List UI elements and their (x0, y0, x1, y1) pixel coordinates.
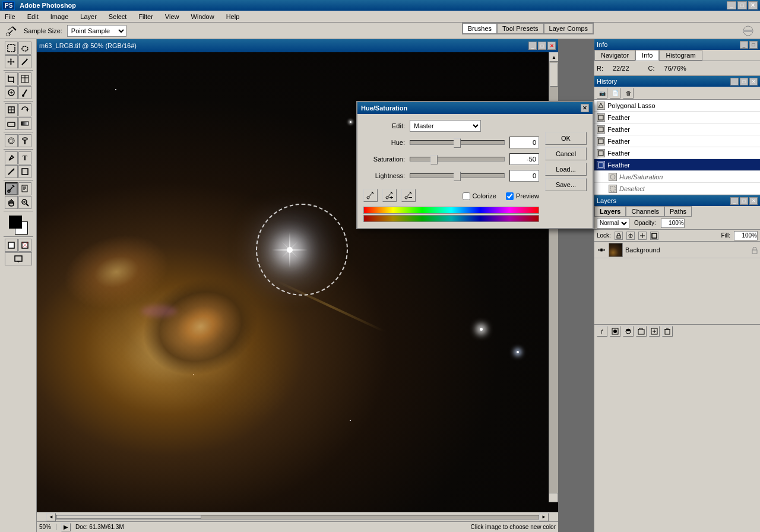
brushes-tab[interactable]: Brushes (463, 23, 497, 34)
lightness-value-display[interactable]: 0 (509, 170, 539, 182)
layers-list[interactable]: Background (594, 242, 760, 324)
menu-view[interactable]: View (163, 12, 182, 21)
lock-transparency-btn[interactable] (615, 232, 623, 240)
history-item-feather-1[interactable]: Feather (594, 112, 760, 124)
path-selection-tool[interactable] (5, 165, 18, 178)
history-item-feather-2[interactable]: Feather (594, 124, 760, 135)
layers-maximize[interactable]: □ (740, 197, 748, 205)
sample-size-select[interactable]: Point Sample 3 by 3 Average 5 by 5 Avera… (67, 25, 126, 37)
history-close[interactable]: ✕ (749, 78, 758, 86)
hue-sat-dialog-close-btn[interactable]: ✕ (581, 104, 589, 112)
app-minimize-btn[interactable]: _ (727, 1, 736, 10)
load-button[interactable]: Load... (545, 163, 587, 176)
info-panel-maximize[interactable]: □ (749, 41, 758, 49)
opacity-input[interactable]: 100% (661, 218, 685, 228)
saturation-slider-track[interactable] (410, 157, 505, 162)
doc-minimize-btn[interactable]: _ (528, 42, 537, 50)
dodge-tool[interactable] (18, 134, 31, 147)
hue-slider-track[interactable] (410, 140, 505, 145)
save-button[interactable]: Save... (545, 178, 587, 191)
layer-comps-tab[interactable]: Layer Comps (544, 23, 593, 34)
info-tab[interactable]: Info (635, 50, 659, 61)
eyedropper-add-btn[interactable] (382, 189, 397, 202)
scroll-thumb-v[interactable] (550, 63, 558, 87)
fill-input[interactable] (734, 231, 758, 240)
app-close-btn[interactable]: ✕ (748, 1, 758, 10)
scroll-thumb-h[interactable] (56, 515, 201, 519)
menu-image[interactable]: Image (48, 12, 71, 21)
lock-pixels-btn[interactable] (626, 232, 635, 240)
layers-tab-channels[interactable]: Channels (626, 206, 664, 217)
hue-value-display[interactable]: 0 (509, 137, 539, 148)
pen-tool[interactable] (5, 151, 18, 164)
history-brush-tool[interactable] (18, 103, 31, 116)
menu-layer[interactable]: Layer (78, 12, 99, 21)
navigator-tab[interactable]: Navigator (594, 50, 635, 61)
eraser-tool[interactable] (5, 117, 18, 130)
crop-tool[interactable] (5, 72, 18, 86)
add-mask-btn[interactable] (610, 326, 620, 337)
healing-brush-tool[interactable] (5, 86, 18, 99)
menu-filter[interactable]: Filter (136, 12, 155, 21)
standard-mode-btn[interactable] (5, 239, 18, 252)
magic-wand-tool[interactable] (18, 55, 31, 68)
blur-tool[interactable] (5, 134, 18, 147)
doc-maximize-btn[interactable]: □ (538, 42, 546, 50)
layer-item-background[interactable]: Background (594, 242, 760, 258)
slice-tool[interactable] (18, 72, 31, 86)
colorize-checkbox[interactable] (463, 192, 470, 200)
layers-minimize[interactable]: _ (730, 197, 739, 205)
history-delete-btn[interactable]: 🗑 (623, 88, 634, 99)
lightness-slider-track[interactable] (410, 173, 505, 178)
menu-file[interactable]: File (2, 12, 18, 21)
history-list[interactable]: Polygonal Lasso Feather Feather (594, 100, 760, 195)
brush-tool[interactable] (18, 86, 31, 99)
hand-tool[interactable] (5, 196, 18, 209)
saturation-slider-thumb[interactable] (430, 155, 438, 164)
lightness-slider-thumb[interactable] (454, 172, 461, 181)
type-tool[interactable]: T (18, 151, 31, 164)
screen-mode-btn[interactable] (5, 252, 32, 265)
new-fill-adjustment-btn[interactable] (623, 326, 634, 337)
history-new-snapshot-btn[interactable]: 📷 (597, 88, 607, 99)
history-new-doc-btn[interactable]: 📄 (610, 88, 620, 99)
preview-checkbox[interactable] (506, 192, 514, 200)
edit-select[interactable]: Master Reds Yellows Greens Cyans Blues M… (410, 120, 481, 132)
layers-tab-paths[interactable]: Paths (664, 206, 692, 217)
menu-window[interactable]: Window (189, 12, 217, 21)
history-item-feather-selected[interactable]: Feather (594, 159, 760, 171)
history-minimize[interactable]: _ (730, 78, 739, 86)
history-item-hue-saturation[interactable]: Hue/Saturation (594, 171, 760, 183)
gradient-tool[interactable] (18, 117, 31, 130)
eyedropper-tool[interactable] (5, 182, 18, 195)
status-arrow-btn[interactable]: ▶ (61, 523, 71, 531)
horizontal-scrollbar[interactable]: ◄ ► (37, 512, 558, 521)
new-group-btn[interactable] (636, 326, 647, 337)
history-item-deselect[interactable]: Deselect (594, 183, 760, 195)
saturation-value-display[interactable]: -50 (509, 153, 539, 165)
layer-visibility-eye[interactable] (597, 245, 606, 255)
zoom-tool[interactable] (18, 196, 31, 209)
history-item-feather-4[interactable]: Feather (594, 147, 760, 159)
add-layer-style-btn[interactable]: ƒ (597, 326, 607, 337)
lock-position-btn[interactable] (638, 232, 647, 240)
shape-tool[interactable] (18, 165, 31, 178)
history-maximize[interactable]: □ (740, 78, 748, 86)
menu-select[interactable]: Select (106, 12, 129, 21)
notes-tool[interactable] (18, 182, 31, 195)
eyedropper-subtract-btn[interactable] (401, 189, 416, 202)
hue-slider-thumb[interactable] (454, 138, 461, 148)
app-maximize-btn[interactable]: □ (737, 1, 747, 10)
sample-color-icon[interactable] (741, 24, 755, 38)
scroll-left-btn[interactable]: ◄ (46, 513, 56, 521)
clone-stamp-tool[interactable] (5, 103, 18, 116)
history-item-polygonal-lasso[interactable]: Polygonal Lasso (594, 100, 760, 112)
layers-tab-layers[interactable]: Layers (594, 206, 626, 217)
scroll-track-h[interactable] (56, 515, 539, 520)
move-tool[interactable] (5, 55, 18, 68)
color-squares[interactable] (9, 216, 28, 235)
blend-mode-select[interactable]: Normal (597, 218, 629, 229)
eyedropper-tool-icon[interactable] (5, 24, 19, 38)
cancel-button[interactable]: Cancel (545, 147, 587, 160)
menu-help[interactable]: Help (224, 12, 242, 21)
